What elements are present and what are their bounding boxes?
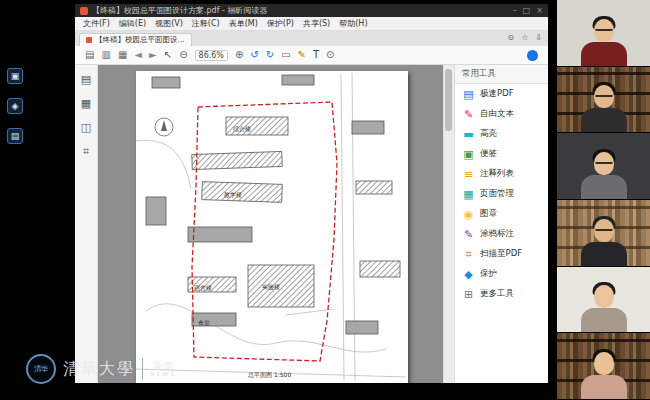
person-torso [581,42,627,66]
toolbar-icon[interactable]: ⊖ [179,50,187,60]
tool-item[interactable]: ▦页面管理 [455,184,548,204]
toolbar-icon[interactable]: ▤ [85,50,94,60]
participant-person [574,147,634,199]
toolbar-icon[interactable]: ◄ [134,50,142,60]
participant-video[interactable] [557,67,650,134]
tab-bar-icons: ⊙☆⇩ [507,33,542,42]
window-content: ▤▦◫⌗ 综合楼教学楼实验楼宿舍楼食堂总平面图 1:500 常用工具 ▤极速PD… [75,65,548,383]
toolbar-icon[interactable]: ▦ [118,50,127,60]
toolbar-icon[interactable]: ⊙ [326,50,334,60]
toolbar-icon[interactable]: ✎ [298,50,306,60]
toolbar-icon[interactable]: ► [149,50,157,60]
desktop-icon[interactable]: ◈ [7,98,23,114]
person-torso [581,375,627,399]
glasses-icon [595,95,612,100]
tool-item[interactable]: ◉图章 [455,204,548,224]
glasses-icon [595,29,612,34]
svg-text:实验楼: 实验楼 [262,283,280,290]
tool-item[interactable]: ◆保护 [455,264,548,284]
tool-item[interactable]: ✎自由文本 [455,104,548,124]
tool-label: 高亮 [480,128,497,140]
tab-label: 【终稿】校园总平面图设... [95,35,185,45]
meeting-screen: ▣◈▤ 【终稿】校园总平面图设计方案.pdf - 福昕阅读器 –□× 文件(F)… [0,0,650,400]
tool-item[interactable]: ✎涂鸦标注 [455,224,548,244]
participant-person [574,280,634,332]
person-torso [581,308,627,332]
vertical-scrollbar[interactable] [443,65,454,383]
menu-item[interactable]: 共享(S) [303,18,330,29]
participant-person [574,80,634,132]
tool-icon: ◆ [462,269,475,280]
menu-item[interactable]: 注释(C) [192,18,220,29]
tool-item[interactable]: ⌗扫描至PDF [455,244,548,264]
scrollbar-thumb[interactable] [445,69,452,131]
tab-bar-icon[interactable]: ⇩ [535,33,542,42]
tool-label: 自由文本 [480,108,514,120]
tool-item[interactable]: ▬高亮 [455,124,548,144]
menu-item[interactable]: 编辑(E) [119,18,146,29]
nav-panel-icon[interactable]: ⌗ [83,145,89,158]
tool-icon: ≡ [462,169,475,180]
toolbar-icon[interactable]: ⊕ [235,50,243,60]
desktop-icon[interactable]: ▣ [7,68,23,84]
tool-item[interactable]: ▤极速PDF [455,84,548,104]
participant-video[interactable] [557,267,650,334]
nav-panel-icon[interactable]: ▤ [81,73,91,86]
pdf-file-icon [86,37,92,43]
menu-item[interactable]: 文件(F) [83,18,110,29]
toolbar-icon[interactable]: ▭ [281,50,290,60]
participant-person [574,14,634,66]
toolbar-icon[interactable]: ↖ [164,50,172,60]
person-face [594,352,614,375]
window-controls[interactable]: –□× [513,6,543,15]
tool-label: 极速PDF [480,88,514,100]
person-torso [581,108,627,132]
person-face [594,285,614,308]
tool-label: 扫描至PDF [480,248,522,260]
desktop-icon[interactable]: ▤ [7,128,23,144]
tool-item[interactable]: ⊞更多工具 [455,284,548,304]
tool-item[interactable]: ▣便签 [455,144,548,164]
pdf-page-site-plan: 综合楼教学楼实验楼宿舍楼食堂总平面图 1:500 [136,71,408,383]
window-control-button[interactable]: – [513,6,517,15]
menu-item[interactable]: 视图(V) [155,18,183,29]
toolbar-icon[interactable]: ↺ [250,50,258,60]
menu-item[interactable]: 帮助(H) [339,18,367,29]
window-control-button[interactable]: □ [523,6,531,15]
watermark-divider [142,358,143,380]
tool-icon: ✎ [462,109,475,120]
window-title: 【终稿】校园总平面图设计方案.pdf - 福昕阅读器 [92,5,509,16]
svg-text:综合楼: 综合楼 [233,125,251,133]
account-icon[interactable] [527,50,538,61]
menu-item[interactable]: 保护(P) [267,18,294,29]
toolbar-icon[interactable]: T [313,50,319,60]
tool-item[interactable]: ≡注释列表 [455,164,548,184]
navigation-side-strip: ▤▦◫⌗ [75,65,98,383]
tool-icon: ⌗ [462,249,475,260]
tools-panel: 常用工具 ▤极速PDF✎自由文本▬高亮▣便签≡注释列表▦页面管理◉图章✎涂鸦标注… [454,65,548,383]
toolbar-icon[interactable]: ↻ [266,50,274,60]
tool-icon: ⊞ [462,289,475,300]
nav-panel-icon[interactable]: ◫ [81,121,91,134]
toolbar-icon[interactable]: ▥ [101,50,110,60]
participant-video[interactable] [557,200,650,267]
tool-icon: ▦ [462,189,475,200]
tools-panel-header: 常用工具 [455,65,548,84]
participant-video[interactable] [557,0,650,67]
participant-video[interactable] [557,333,650,400]
pdf-window: 【终稿】校园总平面图设计方案.pdf - 福昕阅读器 –□× 文件(F)编辑(E… [75,4,548,383]
nav-panel-icon[interactable]: ▦ [81,97,91,110]
tab-bar-icon[interactable]: ⊙ [507,33,514,42]
tab-bar: 【终稿】校园总平面图设... ⊙☆⇩ [75,31,548,46]
tool-icon: ◉ [462,209,475,220]
participant-video[interactable] [557,133,650,200]
svg-text:总平面图 1:500: 总平面图 1:500 [247,371,291,379]
tab-bar-icon[interactable]: ☆ [521,33,528,42]
zoom-level[interactable]: 86.6% [195,50,228,61]
tool-icon: ▬ [462,129,475,140]
window-control-button[interactable]: × [536,6,543,15]
document-canvas[interactable]: 综合楼教学楼实验楼宿舍楼食堂总平面图 1:500 [98,65,443,383]
menu-item[interactable]: 表单(M) [229,18,258,29]
tool-label: 便签 [480,148,497,160]
document-tab[interactable]: 【终稿】校园总平面图设... [79,33,192,46]
